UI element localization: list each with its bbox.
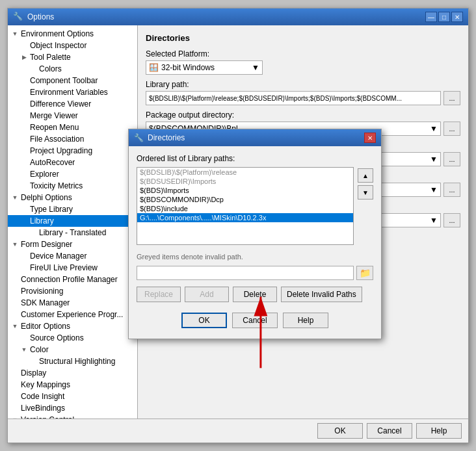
options-window: 🔧 Options — □ ✕ ▼ Environment Options Ob… <box>7 8 469 443</box>
list-item[interactable]: $(BDSCOMMONDIR)\Dcp <box>137 195 353 204</box>
path-input-row: 📁 <box>137 266 373 280</box>
modal-ok-button[interactable]: OK <box>181 313 227 328</box>
modal-close-button[interactable]: ✕ <box>364 133 376 143</box>
replace-button[interactable]: Replace <box>137 287 181 302</box>
folder-browse-button[interactable]: 📁 <box>356 266 373 280</box>
greyed-note: Greyed items denote invalid path. <box>137 253 373 261</box>
path-input[interactable] <box>137 266 354 280</box>
library-paths-list[interactable]: $(BDSLIB)\$(Platform)\release $(BDSUSEDI… <box>137 167 354 245</box>
list-item[interactable]: $(BDSUSEDIR)\Imports <box>137 177 353 186</box>
modal-cancel-button[interactable]: Cancel <box>232 313 278 328</box>
move-up-button[interactable]: ▲ <box>358 168 373 183</box>
delete-invalid-paths-button[interactable]: Delete Invalid Paths <box>281 287 362 302</box>
delete-button[interactable]: Delete <box>233 287 277 302</box>
modal-section-label: Ordered list of Library paths: <box>137 154 373 163</box>
list-item-selected[interactable]: G:\....\Components\.....\MISkin\D10.2.3x <box>137 213 353 222</box>
modal-help-button[interactable]: Help <box>283 313 328 328</box>
modal-icon: 🔧 <box>134 133 144 142</box>
modal-footer: OK Cancel Help <box>137 309 373 331</box>
modal-title-left: 🔧 Directories <box>134 133 185 142</box>
modal-titlebar: 🔧 Directories ✕ <box>129 129 381 146</box>
list-with-arrows: $(BDSLIB)\$(Platform)\release $(BDSUSEDI… <box>137 167 373 249</box>
list-item[interactable]: $(BDS)\include <box>137 204 353 213</box>
directories-modal: 🔧 Directories ✕ Ordered list of Library … <box>128 129 382 339</box>
modal-body: Ordered list of Library paths: $(BDSLIB)… <box>129 146 381 339</box>
list-item[interactable]: $(BDS)\Imports <box>137 186 353 195</box>
list-item[interactable]: $(BDSLIB)\$(Platform)\release <box>137 168 353 177</box>
add-button[interactable]: Add <box>185 287 229 302</box>
modal-action-row: Replace Add Delete Delete Invalid Paths <box>137 287 373 302</box>
modal-overlay: 🔧 Directories ✕ Ordered list of Library … <box>8 8 468 443</box>
up-down-col: ▲ ▼ <box>358 167 373 200</box>
modal-title: Directories <box>148 133 185 142</box>
move-down-button[interactable]: ▼ <box>358 185 373 200</box>
